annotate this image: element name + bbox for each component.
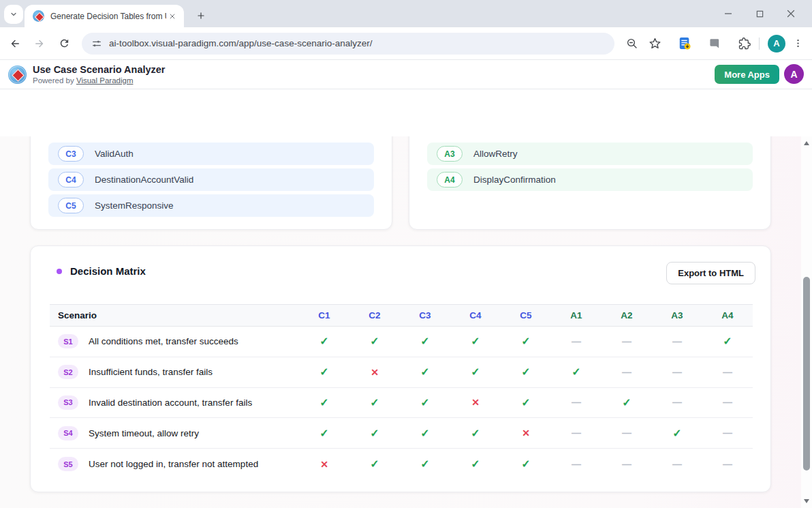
- forward-arrow-icon: [33, 38, 46, 50]
- app-title: Use Case Scenario Analyzer: [33, 64, 166, 75]
- document-icon: [678, 37, 691, 50]
- cond-id-badge: C5: [58, 198, 84, 213]
- dash-mark: —: [551, 428, 602, 438]
- visual-paradigm-link[interactable]: Visual Paradigm: [76, 76, 134, 85]
- dash-mark: —: [652, 336, 702, 347]
- user-avatar[interactable]: A: [784, 64, 804, 84]
- kebab-menu-icon: [793, 38, 803, 48]
- scrollbar-down-arrow[interactable]: [801, 496, 812, 507]
- cross-mark: ✕: [349, 367, 400, 378]
- url-text: ai-toolbox.visual-paradigm.com/app/use-c…: [109, 38, 372, 48]
- browser-profile-avatar[interactable]: A: [768, 35, 785, 53]
- check-mark: ✓: [299, 427, 349, 440]
- site-settings-icon[interactable]: [91, 38, 102, 49]
- close-window-button[interactable]: [775, 0, 807, 27]
- check-mark: ✓: [450, 335, 501, 348]
- check-mark: ✓: [299, 396, 349, 409]
- column-header-a2: A2: [602, 310, 652, 320]
- main-content: C3ValidAuthC4DestinationAccountValidC5Sy…: [0, 136, 801, 508]
- triangle-down-icon: [804, 499, 809, 503]
- forward-button[interactable]: [29, 33, 50, 55]
- check-mark: ✓: [501, 458, 551, 470]
- back-button[interactable]: [4, 33, 26, 55]
- scenario-column-header: Scenario: [50, 310, 299, 320]
- purple-dot-icon: [57, 269, 62, 274]
- tab-search-button[interactable]: [4, 5, 23, 24]
- cond-list-item: C4DestinationAccountValid: [48, 168, 374, 191]
- visual-paradigm-favicon: [33, 10, 44, 22]
- reading-list-button[interactable]: [674, 33, 695, 54]
- column-header-a3: A3: [652, 310, 702, 320]
- dash-mark: —: [702, 367, 753, 378]
- check-mark: ✓: [450, 427, 501, 440]
- scenario-badge: S5: [58, 457, 78, 471]
- tab-title: Generate Decision Tables from U: [50, 12, 166, 21]
- visual-paradigm-logo: [8, 65, 27, 84]
- powered-by-text: Powered by Visual Paradigm: [33, 76, 133, 85]
- new-tab-button[interactable]: [192, 7, 210, 25]
- reload-icon: [59, 38, 70, 49]
- decision-matrix-panel: Decision Matrix Export to HTML ScenarioC…: [30, 245, 771, 492]
- dash-mark: —: [602, 336, 652, 347]
- cond-label: SystemResponsive: [95, 200, 174, 211]
- scrollbar-up-arrow[interactable]: [801, 138, 812, 149]
- cond-id-badge: C4: [58, 172, 84, 188]
- table-row: S3Invalid destination account, transfer …: [50, 388, 753, 419]
- scenario-cell: S5User not logged in, transfer not attem…: [50, 457, 299, 471]
- maximize-button[interactable]: [744, 0, 775, 27]
- check-mark: ✓: [349, 458, 400, 470]
- column-header-c1: C1: [299, 310, 349, 320]
- table-row: S2Insufficient funds, transfer fails✓✕✓✓…: [50, 357, 753, 388]
- more-apps-button[interactable]: More Apps: [715, 65, 779, 84]
- zoom-button[interactable]: [622, 33, 642, 54]
- check-mark: ✓: [400, 427, 450, 440]
- check-mark: ✓: [702, 335, 753, 348]
- check-mark: ✓: [400, 396, 450, 409]
- cond-list-item: C3ValidAuth: [48, 143, 374, 165]
- wizard-stepper: 2 Define Use Case Analyze Scenarios: [0, 89, 812, 136]
- tab-close-icon[interactable]: [166, 10, 178, 22]
- cross-mark: ✕: [299, 459, 349, 470]
- check-mark: ✓: [400, 335, 450, 348]
- toolbar-separator: [759, 38, 760, 50]
- action-list-item: A3AllowRetry: [427, 143, 753, 165]
- dash-mark: —: [551, 397, 602, 408]
- column-header-c5: C5: [501, 310, 551, 320]
- scenario-label: Invalid destination account, transfer fa…: [89, 398, 252, 408]
- check-mark: ✓: [299, 335, 349, 348]
- decision-matrix-title: Decision Matrix: [70, 265, 146, 277]
- check-mark: ✓: [400, 365, 450, 378]
- check-mark: ✓: [349, 427, 400, 440]
- dash-mark: —: [702, 397, 753, 408]
- comment-button[interactable]: [704, 33, 725, 54]
- cond-list-item: C5SystemResponsive: [48, 194, 374, 217]
- conditions-list: C3ValidAuthC4DestinationAccountValidC5Sy…: [48, 143, 374, 217]
- check-mark: ✓: [299, 365, 349, 378]
- scenario-cell: S3Invalid destination account, transfer …: [50, 395, 299, 410]
- bookmark-button[interactable]: [644, 33, 665, 54]
- cross-mark: ✕: [501, 428, 551, 438]
- column-header-c2: C2: [349, 310, 400, 320]
- scrollbar-thumb[interactable]: [803, 277, 810, 470]
- extensions-button[interactable]: [734, 33, 755, 54]
- browser-menu-button[interactable]: [787, 33, 808, 54]
- dash-mark: —: [551, 336, 602, 347]
- action-id-badge: A4: [437, 172, 463, 188]
- dash-mark: —: [602, 428, 652, 438]
- reload-button[interactable]: [53, 33, 75, 55]
- dash-mark: —: [702, 459, 753, 470]
- browser-tab[interactable]: Generate Decision Tables from U: [25, 5, 184, 27]
- url-bar[interactable]: ai-toolbox.visual-paradigm.com/app/use-c…: [82, 33, 614, 55]
- minimize-button[interactable]: [713, 0, 744, 27]
- cond-label: ValidAuth: [95, 149, 134, 159]
- table-row: S4System timeout, allow retry✓✓✓✓✕——✓—: [50, 418, 753, 449]
- star-icon: [649, 37, 661, 50]
- export-to-html-button[interactable]: Export to HTML: [666, 262, 755, 284]
- zoom-out-icon: [626, 38, 638, 50]
- check-mark: ✓: [551, 365, 602, 378]
- cross-mark: ✕: [450, 397, 501, 408]
- check-mark: ✓: [501, 396, 551, 409]
- puzzle-piece-icon: [738, 38, 751, 50]
- column-header-a1: A1: [551, 310, 602, 320]
- dash-mark: —: [702, 428, 753, 438]
